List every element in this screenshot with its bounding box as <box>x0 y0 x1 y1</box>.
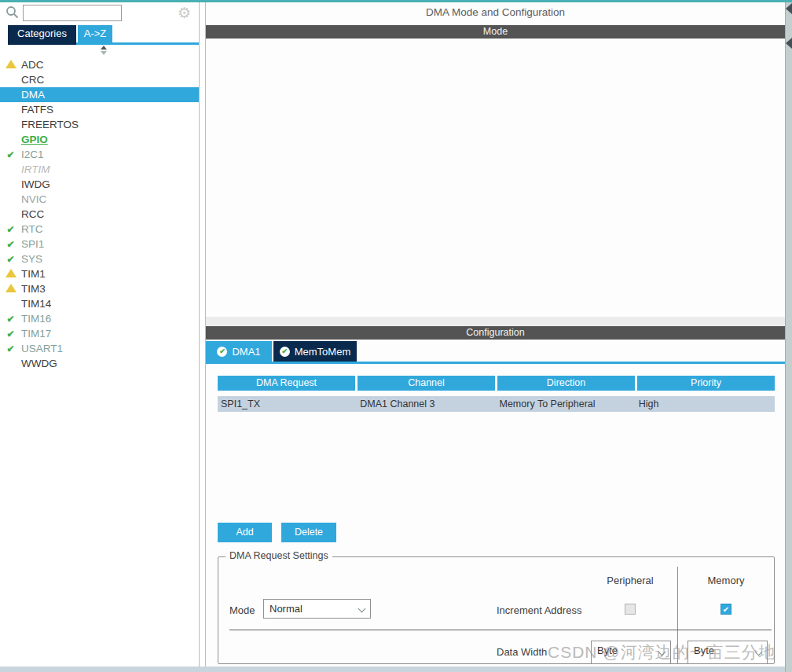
search-input[interactable] <box>23 5 122 21</box>
mode-select[interactable]: Normal <box>263 599 371 619</box>
peripheral-item-label: IWDG <box>21 178 50 190</box>
peripheral-item-tim14[interactable]: TIM14 <box>0 296 199 311</box>
app-window: ⚙ Categories A->Z ADCCRCDMAFATFSFREERTOS… <box>0 0 792 672</box>
peripheral-item-label: TIM16 <box>21 313 51 325</box>
delete-button[interactable]: Delete <box>281 523 336 542</box>
peripheral-item-freertos[interactable]: FREERTOS <box>0 117 199 132</box>
dma-table-header: DMA RequestChannelDirectionPriority <box>218 376 775 391</box>
tab-underline <box>76 42 199 45</box>
tab-a-to-z[interactable]: A->Z <box>78 25 112 42</box>
collapse-arrow-icon[interactable] <box>786 3 792 14</box>
table-row[interactable]: SPI1_TXDMA1 Channel 3Memory To Periphera… <box>218 396 775 412</box>
dma-request-table: DMA RequestChannelDirectionPriority SPI1… <box>218 376 775 412</box>
check-icon: ✔ <box>0 224 21 235</box>
peripheral-item-wwdg[interactable]: WWDG <box>0 356 199 371</box>
chevron-down-icon <box>358 605 366 613</box>
peripheral-item-label: CRC <box>21 74 44 86</box>
table-cell: DMA1 Channel 3 <box>357 396 496 412</box>
peripheral-item-tim1[interactable]: TIM1 <box>0 266 199 281</box>
memory-data-width-select[interactable]: Byte <box>688 641 768 664</box>
tab-dma1[interactable]: ✔ DMA1 <box>206 341 272 362</box>
tab-underline-active <box>8 42 76 45</box>
panel-collapse-strip[interactable] <box>785 0 792 672</box>
column-divider <box>677 567 678 663</box>
memory-column-header: Memory <box>679 575 773 586</box>
peripheral-item-label: FREERTOS <box>21 119 79 130</box>
peripheral-item-label: TIM1 <box>21 268 46 280</box>
panel-splitter[interactable] <box>199 0 206 672</box>
column-header[interactable]: Priority <box>637 376 775 391</box>
column-header[interactable]: Direction <box>497 376 635 391</box>
page-title: DMA Mode and Configuration <box>206 6 785 18</box>
peripheral-item-label: I2C1 <box>21 149 44 160</box>
peripheral-item-iwdg[interactable]: IWDG <box>0 177 199 192</box>
check-icon: ✔ <box>0 254 21 265</box>
peripheral-item-rtc[interactable]: ✔RTC <box>0 222 199 237</box>
peripheral-item-spi1[interactable]: ✔SPI1 <box>0 237 199 252</box>
gear-icon[interactable]: ⚙ <box>178 3 191 24</box>
data-width-label: Data Width <box>497 646 547 658</box>
peripheral-item-label: USART1 <box>21 343 63 354</box>
search-row: ⚙ <box>0 2 199 25</box>
table-cell: SPI1_TX <box>218 396 357 412</box>
chevron-down-icon <box>755 648 763 656</box>
check-icon: ✔ <box>0 329 21 340</box>
peripheral-item-label: TIM14 <box>21 298 51 310</box>
increment-address-label: Increment Address <box>497 604 581 616</box>
column-header[interactable]: DMA Request <box>218 376 355 391</box>
table-cell: High <box>636 396 775 412</box>
memory-increment-checkbox[interactable]: ✔ <box>720 604 732 615</box>
peripheral-item-dma[interactable]: DMA <box>0 87 199 102</box>
peripheral-item-fatfs[interactable]: FATFS <box>0 102 199 117</box>
peripheral-item-crc[interactable]: CRC <box>0 72 199 87</box>
window-top-border <box>0 0 792 2</box>
peripheral-data-width-select[interactable]: Byte <box>591 641 671 664</box>
tab-memtomem-label: MemToMem <box>295 346 351 358</box>
peripheral-item-nvic[interactable]: NVIC <box>0 192 199 207</box>
peripheral-item-adc[interactable]: ADC <box>0 57 199 72</box>
peripheral-item-label: NVIC <box>21 193 46 205</box>
configuration-section-header: Configuration <box>206 326 785 340</box>
peripheral-data-width-value: Byte <box>597 644 618 656</box>
dma-request-settings-group: Peripheral Memory Mode Normal Increment … <box>218 556 775 664</box>
chevron-down-icon <box>658 648 666 656</box>
mode-config-splitter[interactable] <box>206 317 785 326</box>
search-icon <box>6 6 19 22</box>
memory-data-width-value: Byte <box>694 644 714 656</box>
dma-table-body: SPI1_TXDMA1 Channel 3Memory To Periphera… <box>218 396 775 412</box>
peripheral-item-irtim[interactable]: IRTIM <box>0 162 199 177</box>
tab-categories[interactable]: Categories <box>8 25 76 42</box>
settings-divider <box>229 630 772 630</box>
sort-toggle-icon[interactable] <box>98 46 109 57</box>
peripheral-item-label: FATFS <box>21 104 53 116</box>
tab-dma1-label: DMA1 <box>232 346 260 358</box>
peripheral-item-sys[interactable]: ✔SYS <box>0 252 199 266</box>
column-header[interactable]: Channel <box>358 376 495 391</box>
mode-select-value: Normal <box>270 603 302 615</box>
collapse-arrow-icon[interactable] <box>786 38 792 49</box>
warning-icon <box>0 284 21 295</box>
warning-icon <box>0 60 21 71</box>
peripheral-item-tim3[interactable]: TIM3 <box>0 281 199 296</box>
peripheral-item-label: TIM3 <box>21 283 46 295</box>
peripheral-increment-checkbox[interactable] <box>625 604 636 615</box>
add-button[interactable]: Add <box>218 523 272 542</box>
peripheral-item-tim17[interactable]: ✔TIM17 <box>0 326 199 341</box>
peripheral-item-i2c1[interactable]: ✔I2C1 <box>0 147 199 162</box>
check-icon: ✔ <box>0 343 21 354</box>
peripheral-item-label: WWDG <box>21 358 57 369</box>
peripheral-item-label: TIM17 <box>21 328 51 340</box>
mode-section-header: Mode <box>206 25 785 39</box>
tab-memtomem[interactable]: ✔ MemToMem <box>273 341 357 362</box>
peripheral-item-tim16[interactable]: ✔TIM16 <box>0 311 199 326</box>
peripheral-item-rcc[interactable]: RCC <box>0 207 199 222</box>
peripheral-item-label: IRTIM <box>21 163 50 175</box>
peripheral-item-gpio[interactable]: GPIO <box>0 132 199 147</box>
peripheral-column-header: Peripheral <box>583 575 677 586</box>
peripheral-item-usart1[interactable]: ✔USART1 <box>0 341 199 356</box>
peripheral-item-label: SPI1 <box>21 238 44 250</box>
configuration-tabs-underline <box>206 362 785 364</box>
tab-check-icon: ✔ <box>217 347 227 357</box>
window-bottom-border <box>0 666 792 672</box>
peripheral-item-label: RTC <box>21 223 43 235</box>
